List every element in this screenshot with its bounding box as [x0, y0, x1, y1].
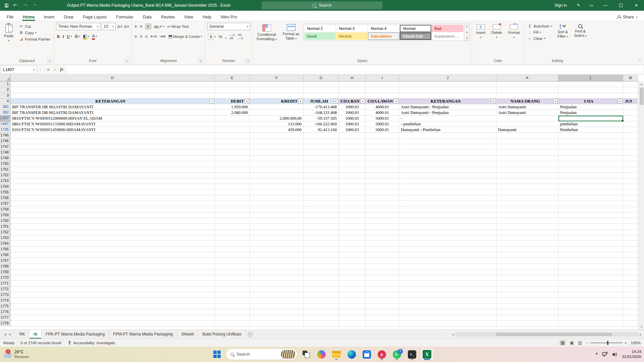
row-header-1735[interactable]: 1735 — [0, 127, 10, 133]
column-header-E[interactable]: E — [215, 75, 250, 81]
cell-F[interactable] — [250, 138, 304, 144]
cell-L[interactable] — [558, 235, 623, 241]
tray-chevron-icon[interactable]: ^ — [595, 352, 598, 357]
sheet-nav-right-icon[interactable]: ▸ — [9, 332, 11, 337]
cell-K[interactable] — [496, 269, 558, 275]
row-header-1447[interactable]: 1447 — [0, 121, 10, 127]
cell-J[interactable] — [399, 252, 496, 258]
cell-L[interactable] — [558, 87, 623, 93]
cell-J[interactable] — [399, 304, 496, 309]
cell-L[interactable] — [558, 281, 623, 287]
cell-D[interactable] — [10, 241, 215, 247]
cell-M[interactable] — [623, 93, 638, 99]
cell-I[interactable] — [366, 264, 399, 269]
cell-J[interactable] — [399, 241, 496, 247]
cell-K[interactable] — [496, 81, 558, 87]
cell-J[interactable]: Astri Damayanti - Penjualan — [399, 110, 496, 116]
cell-I[interactable]: 5000.01 — [366, 121, 399, 127]
cell-I[interactable] — [366, 258, 399, 264]
align-top-icon[interactable]: ≡ — [135, 24, 137, 29]
cell-M[interactable] — [623, 104, 638, 110]
vertical-scrollbar[interactable]: ▲ ▼ — [639, 81, 644, 329]
cell-K[interactable] — [496, 121, 558, 127]
cell-F[interactable] — [250, 304, 304, 309]
format-painter-button[interactable]: ◢Format Painter — [17, 36, 52, 42]
cell-E[interactable] — [215, 241, 250, 247]
filter-header-M[interactable]: JUMLAH — [623, 99, 638, 104]
ribbon-tab-draw[interactable]: Draw — [59, 13, 78, 21]
find-select-button[interactable]: Find &Select ▾ — [572, 23, 589, 39]
cell-H[interactable]: 1000.03 — [339, 121, 366, 127]
cell-M[interactable] — [623, 173, 638, 178]
cell-H[interactable] — [339, 201, 366, 207]
cell-H[interactable] — [339, 156, 366, 161]
cell-H[interactable]: 1000.03 — [339, 104, 366, 110]
cell-F[interactable] — [250, 156, 304, 161]
cell-I[interactable] — [366, 195, 399, 201]
cell-J[interactable] — [399, 173, 496, 178]
cell-M[interactable] — [623, 195, 638, 201]
cell-E[interactable] — [215, 161, 250, 167]
cell-I[interactable]: 4000.01 — [366, 104, 399, 110]
cell-I[interactable] — [366, 213, 399, 218]
ribbon-tab-page-layout[interactable]: Page Layout — [78, 13, 111, 21]
cell-K[interactable] — [496, 287, 558, 292]
cell-L[interactable] — [558, 309, 623, 315]
cell-H[interactable] — [339, 287, 366, 292]
cell-F[interactable]: 133.000 — [250, 121, 304, 127]
filter-dropdown-icon[interactable]: ▾ — [618, 99, 623, 104]
taskbar-search[interactable]: Search — [226, 349, 297, 360]
cell-L[interactable] — [558, 258, 623, 264]
cell-M[interactable] — [623, 258, 638, 264]
sheet-nav-left-icon[interactable]: ◂ — [4, 332, 6, 337]
cell-J[interactable] — [399, 178, 496, 184]
cell-I[interactable] — [366, 230, 399, 235]
start-button[interactable] — [211, 349, 223, 360]
cell-F[interactable] — [250, 167, 304, 173]
cell-E[interactable] — [215, 173, 250, 178]
cell-I[interactable] — [366, 93, 399, 99]
microsoft-store-button[interactable] — [361, 349, 372, 360]
ribbon-tab-help[interactable]: Help — [198, 13, 216, 21]
filter-header-J[interactable]: KETERANGAN▾ — [399, 99, 496, 104]
cell-F[interactable] — [250, 110, 304, 116]
cell-L[interactable] — [558, 144, 623, 150]
row-header-4[interactable]: 4 — [0, 99, 10, 104]
accessibility-status[interactable]: Accessibility: Investigate — [67, 341, 115, 345]
cell-M[interactable] — [623, 304, 638, 309]
font-color-icon[interactable]: A▾ — [92, 33, 97, 40]
cell-I[interactable] — [366, 87, 399, 93]
cell-H[interactable] — [339, 292, 366, 298]
cell-G[interactable] — [304, 247, 339, 252]
cell-D[interactable] — [10, 195, 215, 201]
cell-K[interactable] — [496, 201, 558, 207]
cell-H[interactable] — [339, 213, 366, 218]
cell-F[interactable] — [250, 281, 304, 287]
cell-M[interactable] — [623, 321, 638, 326]
cell-H[interactable] — [339, 93, 366, 99]
cell-J[interactable] — [399, 224, 496, 230]
cell-E[interactable]: 2.080.000 — [215, 110, 250, 116]
cell-J[interactable] — [399, 167, 496, 173]
cell-M[interactable] — [623, 144, 638, 150]
cell-G[interactable] — [304, 309, 339, 315]
name-box[interactable]: L1407▾ — [1, 66, 37, 74]
cell-H[interactable] — [339, 241, 366, 247]
cell-D[interactable]: 0101/FTSCY/WS95051459000.00DAMAYANTI — [10, 127, 215, 133]
cell-H[interactable] — [339, 309, 366, 315]
cell-H[interactable] — [339, 269, 366, 275]
cell-E[interactable] — [215, 138, 250, 144]
cell-D[interactable] — [10, 133, 215, 138]
cell-J[interactable] — [399, 213, 496, 218]
alignment-dialog-launcher[interactable]: ↘ — [198, 59, 203, 63]
cell-E[interactable] — [215, 224, 250, 230]
cell-D[interactable] — [10, 321, 215, 326]
network-icon[interactable] — [602, 352, 608, 357]
cell-F[interactable] — [250, 104, 304, 110]
conditional-formatting-button[interactable]: ConditionalFormatting ▾ — [255, 23, 279, 42]
sign-in-button[interactable]: Sign in — [549, 3, 572, 8]
cell-L[interactable] — [558, 138, 623, 144]
cell-K[interactable] — [496, 224, 558, 230]
row-header-1761[interactable]: 1761 — [0, 224, 10, 230]
cell-M[interactable] — [623, 167, 638, 173]
